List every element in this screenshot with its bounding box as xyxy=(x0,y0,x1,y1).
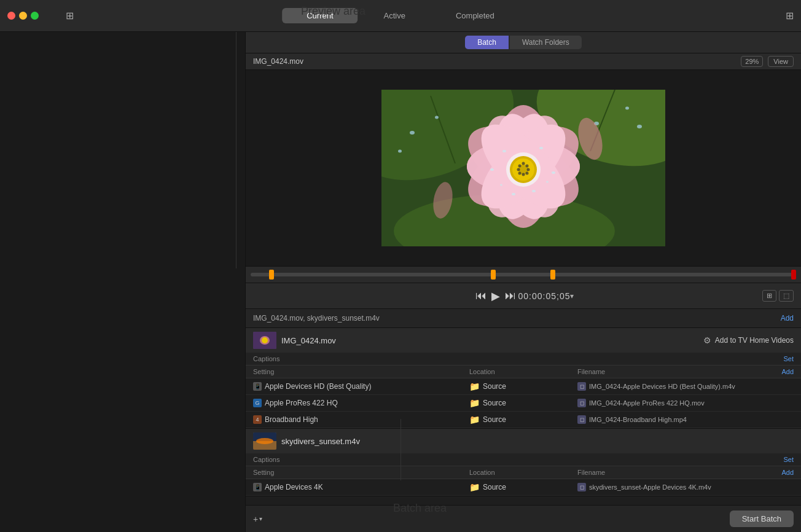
svg-point-41 xyxy=(500,184,502,186)
titlebar-tabs: Current Active Completed xyxy=(282,8,519,23)
folder-icon: 📁 xyxy=(469,482,480,492)
svg-point-27 xyxy=(518,165,522,168)
svg-point-37 xyxy=(490,168,494,171)
svg-point-7 xyxy=(435,116,439,119)
filename-cell: ◻ IMG_0424-Apple ProRes 422 HQ.mov xyxy=(577,399,794,407)
location-cell: 📁 Source xyxy=(469,415,577,424)
timecode-dropdown[interactable]: ▾ xyxy=(570,292,574,300)
tab-completed[interactable]: Completed xyxy=(431,8,519,23)
playback-right: ⊞ ⬚ xyxy=(762,290,794,302)
set-button-skydivers[interactable]: Set xyxy=(783,456,794,463)
col-setting-img0424: Setting xyxy=(253,368,469,375)
batch-button[interactable]: Batch xyxy=(465,36,509,49)
set-button-img0424[interactable]: Set xyxy=(783,355,794,362)
table-add-button-skydivers[interactable]: Add xyxy=(781,469,794,476)
file-icon: ◻ xyxy=(577,483,586,491)
batch-add-button[interactable]: Add xyxy=(781,314,794,323)
table-row: 4 Broadband High 📁 Source ◻ IMG_0424-Bro… xyxy=(246,412,801,428)
file-icon: ◻ xyxy=(577,382,586,391)
location-cell: 📁 Source xyxy=(469,381,577,391)
timecode-display: 00:00:05;05 xyxy=(518,291,571,301)
timeline-track[interactable] xyxy=(251,273,796,276)
svg-point-9 xyxy=(625,107,629,110)
timeline-marker-end[interactable] xyxy=(791,270,796,280)
grid-view-button[interactable]: ⊞ xyxy=(786,10,794,22)
table-header-img0424: Setting Location Filename Add xyxy=(246,366,801,378)
timeline-marker-start[interactable] xyxy=(269,270,274,280)
setting-name: Apple Devices HD (Best Quality) xyxy=(265,382,371,391)
add-item-button[interactable]: + ▾ xyxy=(253,514,262,524)
start-batch-button[interactable]: Start Batch xyxy=(730,510,794,527)
svg-point-11 xyxy=(398,150,402,153)
setting-cell: 4 Broadband High xyxy=(253,415,469,424)
setting-cell: 📱 Apple Devices 4K xyxy=(253,483,469,491)
svg-point-6 xyxy=(410,131,415,135)
fullscreen-button[interactable] xyxy=(31,12,39,20)
setting-name: Broadband High xyxy=(265,415,318,424)
table-row: 📱 Apple Devices 4K 📁 Source ◻ skydivers_… xyxy=(246,479,801,496)
location-cell: 📁 Source xyxy=(469,482,577,492)
batch-item-name-img0424: IMG_0424.mov xyxy=(281,336,698,345)
location-text: Source xyxy=(483,483,506,491)
traffic-lights xyxy=(7,12,39,20)
batch-header-row: IMG_0424.mov, skydivers_sunset.m4v Add xyxy=(246,309,801,328)
col-filename-skydivers: Filename xyxy=(577,469,605,476)
skip-back-button[interactable]: ⏮ xyxy=(473,287,489,305)
table-row: 📱 Apple Devices HD (Best Quality) 📁 Sour… xyxy=(246,378,801,395)
minimize-button[interactable] xyxy=(19,12,27,20)
gear-icon-img0424[interactable]: ⚙ xyxy=(703,335,711,345)
batch-item-thumb-img0424 xyxy=(253,332,276,349)
batch-item-thumb-skydivers xyxy=(253,432,276,450)
svg-point-29 xyxy=(522,162,525,165)
svg-point-36 xyxy=(539,147,543,149)
plus-icon: + xyxy=(253,514,258,524)
location-cell: 📁 Source xyxy=(469,398,577,408)
playback-controls: ⏮ ▶ ⏭ 00:00:05;05 ▾ ⊞ ⬚ xyxy=(246,283,801,309)
skip-forward-button[interactable]: ⏭ xyxy=(502,287,518,305)
col-setting-skydivers: Setting xyxy=(253,469,469,476)
titlebar: ⊞ Current Active Completed ⊞ xyxy=(0,0,801,32)
batch-item-dest-img0424[interactable]: Add to TV Home Videos xyxy=(715,336,794,345)
svg-point-31 xyxy=(527,168,530,171)
setting-icon-prores: G xyxy=(253,399,262,407)
svg-point-40 xyxy=(532,190,536,192)
svg-point-30 xyxy=(517,168,520,171)
left-sidebar xyxy=(0,32,246,532)
timeline-marker-mid[interactable] xyxy=(491,270,496,280)
batch-item-img0424-header: IMG_0424.mov ⚙ Add to TV Home Videos xyxy=(246,328,801,353)
svg-point-33 xyxy=(526,172,529,175)
timeline-marker-mid2[interactable] xyxy=(550,270,555,280)
batch-item-settings-img0424: ⚙ Add to TV Home Videos xyxy=(703,335,794,345)
svg-point-35 xyxy=(502,150,506,152)
close-button[interactable] xyxy=(7,12,15,20)
view-button[interactable]: View xyxy=(768,56,794,67)
setting-icon-4k: 📱 xyxy=(253,483,262,491)
col-location-skydivers: Location xyxy=(469,469,577,476)
frame-view-button[interactable]: ⊞ xyxy=(762,290,776,302)
location-text: Source xyxy=(483,399,506,407)
bottom-bar: + ▾ Start Batch xyxy=(246,505,801,532)
batch-item-skydivers: skydivers_sunset.m4v Captions Set Settin… xyxy=(246,429,801,496)
batch-toolbar: Batch Watch Folders xyxy=(246,32,801,53)
captions-row-img0424: Captions Set xyxy=(246,353,801,366)
preview-image-area xyxy=(246,70,801,266)
titlebar-right: ⊞ xyxy=(786,10,794,22)
svg-point-42 xyxy=(546,181,549,183)
timeline-bar[interactable] xyxy=(246,266,801,283)
setting-cell: G Apple ProRes 422 HQ xyxy=(253,399,469,407)
sidebar-toggle-button[interactable]: ⊞ xyxy=(66,10,74,22)
col-location-img0424: Location xyxy=(469,368,577,375)
svg-point-50 xyxy=(256,438,273,444)
play-button[interactable]: ▶ xyxy=(489,287,502,305)
zoom-button[interactable]: 29% xyxy=(741,56,763,67)
filename-cell: ◻ skydivers_sunset-Apple Devices 4K.m4v xyxy=(577,483,794,491)
tab-active[interactable]: Active xyxy=(359,8,430,23)
filename-text: skydivers_sunset-Apple Devices 4K.m4v xyxy=(589,483,711,491)
batch-item-skydivers-header: skydivers_sunset.m4v xyxy=(246,429,801,453)
tab-current[interactable]: Current xyxy=(282,8,358,23)
batch-item-img0424: IMG_0424.mov ⚙ Add to TV Home Videos Cap… xyxy=(246,328,801,429)
setting-icon-broadband: 4 xyxy=(253,415,262,424)
watch-folders-button[interactable]: Watch Folders xyxy=(510,36,582,49)
caption-button[interactable]: ⬚ xyxy=(779,290,794,302)
table-add-button-img0424[interactable]: Add xyxy=(781,368,794,375)
